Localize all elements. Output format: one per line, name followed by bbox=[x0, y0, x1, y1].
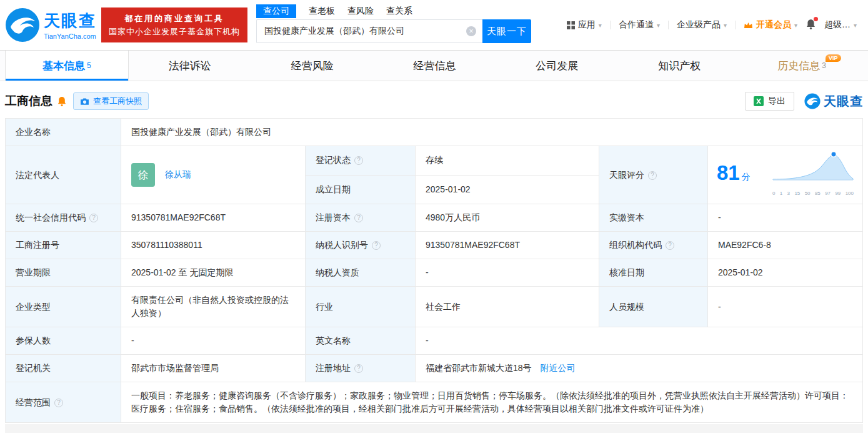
table-row: 企业类型 有限责任公司（非自然人投资或控股的法人独资） 行业 社会工作 人员规模… bbox=[6, 287, 863, 327]
main-content: 工商信息 查看工商快照 导出 bbox=[0, 92, 868, 433]
business-term-value: 2025-01-02 至 无固定期限 bbox=[121, 259, 306, 287]
brand-domain: TianYanCha.com bbox=[44, 32, 96, 40]
field-label-establish-date: 成立日期 bbox=[306, 175, 416, 204]
nav-open-vip[interactable]: 开通会员 ▾ bbox=[744, 19, 797, 31]
field-label-reg-capital: 注册资本? bbox=[306, 204, 416, 232]
tab-label: 经营信息 bbox=[414, 59, 456, 73]
help-icon[interactable]: ? bbox=[666, 241, 674, 250]
legal-rep-cell: 徐 徐从瑞 bbox=[121, 146, 306, 204]
tab-intellectual-property[interactable]: 知识产权 bbox=[618, 51, 741, 81]
field-label-org-code: 组织机构代码? bbox=[599, 232, 708, 259]
tianyancha-mini-icon bbox=[804, 93, 821, 109]
help-icon[interactable]: ? bbox=[54, 399, 63, 407]
help-icon[interactable]: ? bbox=[89, 214, 98, 222]
nav-divider bbox=[735, 21, 736, 29]
search-input[interactable] bbox=[256, 19, 482, 43]
enterprise-name-value: 国投健康产业发展（邵武）有限公司 bbox=[121, 119, 863, 146]
nav-divider bbox=[610, 21, 611, 29]
tab-business-info[interactable]: 经营信息 bbox=[374, 51, 496, 81]
approval-date-value: 2025-01-02 bbox=[708, 259, 863, 287]
help-icon[interactable]: ? bbox=[372, 241, 381, 250]
chevron-down-icon: ▾ bbox=[657, 22, 660, 29]
field-label-legal-rep: 法定代表人 bbox=[6, 146, 121, 204]
search-tab-relation[interactable]: 查关系 bbox=[386, 4, 412, 18]
field-label-approval-date: 核准日期 bbox=[599, 259, 708, 287]
search-tabs: 查公司 查老板 查风险 查关系 bbox=[256, 3, 531, 19]
score-cell[interactable]: 81分 0131550859799100 bbox=[708, 146, 863, 204]
nav-super-vip[interactable]: 超级… ▾ bbox=[824, 19, 857, 31]
tab-label: 公司发展 bbox=[536, 59, 578, 73]
export-button[interactable]: 导出 bbox=[745, 92, 794, 111]
score-chart: 0131550859799100 bbox=[772, 150, 854, 200]
top-header: 天眼查 TianYanCha.com 都在用的商业查询工具 国家中小企业发展子基… bbox=[0, 0, 868, 51]
nav-enterprise-products[interactable]: 企业级产品 ▾ bbox=[677, 19, 727, 31]
tab-company-development[interactable]: 公司发展 bbox=[496, 51, 618, 81]
business-scope-value: 一般项目：养老服务；健康咨询服务（不含诊疗服务）；家政服务；物业管理；日用百货销… bbox=[121, 382, 863, 423]
tianyancha-logo[interactable]: 天眼查 TianYanCha.com bbox=[5, 7, 96, 42]
tab-basic-info[interactable]: 基本信息5 bbox=[5, 51, 129, 81]
section-tabbar: 基本信息5 法律诉讼 经营风险 经营信息 公司发展 知识产权 历史信息3 VIP bbox=[0, 51, 868, 81]
tab-history-info[interactable]: 历史信息3 VIP bbox=[741, 51, 863, 81]
search-tab-company[interactable]: 查公司 bbox=[256, 4, 296, 18]
field-label-insured-count: 参保人数 bbox=[6, 327, 121, 355]
clear-icon[interactable]: × bbox=[466, 26, 476, 36]
business-info-table: 企业名称 国投健康产业发展（邵武）有限公司 法定代表人 徐 徐从瑞 登记状态? … bbox=[5, 118, 863, 423]
chevron-down-icon: ▾ bbox=[724, 22, 727, 29]
field-label-enterprise-name: 企业名称 bbox=[6, 119, 121, 146]
staff-size-value: - bbox=[708, 287, 863, 327]
legal-rep-avatar[interactable]: 徐 bbox=[131, 163, 155, 187]
field-label-reg-number: 工商注册号 bbox=[6, 232, 121, 259]
score-value-wrap: 81分 bbox=[717, 166, 751, 184]
help-icon[interactable]: ? bbox=[354, 156, 363, 165]
nav-apps[interactable]: 应用 ▾ bbox=[567, 19, 602, 31]
crown-icon bbox=[744, 22, 753, 29]
chevron-down-icon: ▾ bbox=[599, 22, 602, 29]
nav-super-label: 超级… bbox=[824, 19, 851, 31]
tab-legal-litigation[interactable]: 法律诉讼 bbox=[129, 51, 251, 81]
nav-enterprise-label: 企业级产品 bbox=[677, 19, 721, 31]
help-icon[interactable]: ? bbox=[354, 364, 363, 373]
snapshot-button-label: 查看工商快照 bbox=[93, 96, 142, 107]
field-label-business-scope: 经营范围? bbox=[6, 382, 121, 423]
english-name-value: - bbox=[416, 327, 863, 355]
table-row: 统一社会信用代码? 91350781MAE92FC68T 注册资本? 4980万… bbox=[6, 204, 863, 232]
section-title: 工商信息 bbox=[5, 93, 52, 109]
reg-authority-value: 邵武市市场监督管理局 bbox=[121, 355, 306, 382]
slogan-line2: 国家中小企业发展子基金旗下机构 bbox=[109, 25, 240, 38]
search-tab-risk[interactable]: 查风险 bbox=[347, 4, 374, 18]
field-label-english-name: 英文名称 bbox=[306, 327, 416, 355]
search-block: 查公司 查老板 查风险 查关系 × 天眼一下 bbox=[256, 3, 531, 43]
tab-operational-risk[interactable]: 经营风险 bbox=[251, 51, 374, 81]
field-label-industry: 行业 bbox=[306, 287, 416, 327]
tab-label: 法律诉讼 bbox=[169, 59, 211, 73]
tianyancha-logo-icon bbox=[5, 7, 40, 42]
score-axis: 0131550859799100 bbox=[772, 187, 854, 200]
help-icon[interactable]: ? bbox=[648, 171, 657, 180]
field-label-staff-size: 人员规模 bbox=[599, 287, 708, 327]
help-icon[interactable]: ? bbox=[354, 214, 363, 222]
subscribe-bell-icon[interactable] bbox=[57, 96, 67, 107]
tab-count: 3 bbox=[822, 61, 826, 70]
field-label-reg-address: 注册地址? bbox=[306, 355, 416, 382]
watermark-text: 天眼查 bbox=[824, 93, 863, 110]
reg-number-value: 350781110388011 bbox=[121, 232, 306, 259]
snapshot-button[interactable]: 查看工商快照 bbox=[73, 92, 149, 110]
tab-label: 历史信息 bbox=[777, 59, 820, 73]
notification-bell[interactable] bbox=[806, 19, 816, 32]
chevron-down-icon: ▾ bbox=[794, 22, 797, 29]
field-label-credit-code: 统一社会信用代码? bbox=[6, 204, 121, 232]
score-unit: 分 bbox=[742, 172, 751, 182]
slogan-badge: 都在用的商业查询工具 国家中小企业发展子基金旗下机构 bbox=[101, 7, 247, 42]
nav-partner-channel[interactable]: 合作通道 ▾ bbox=[619, 19, 660, 31]
search-button[interactable]: 天眼一下 bbox=[482, 19, 531, 43]
search-tab-boss[interactable]: 查老板 bbox=[309, 4, 335, 18]
tab-label: 知识产权 bbox=[658, 59, 701, 73]
footer-strip bbox=[5, 424, 863, 433]
table-row: 登记机关 邵武市市场监督管理局 注册地址? 福建省邵武市新城大道18号 附近公司 bbox=[6, 355, 863, 382]
insured-count-value: - bbox=[121, 327, 306, 355]
legal-rep-link[interactable]: 徐从瑞 bbox=[165, 169, 191, 179]
nearby-companies-link[interactable]: 附近公司 bbox=[540, 363, 575, 373]
tab-label: 基本信息 bbox=[42, 59, 85, 73]
paid-capital-value: - bbox=[708, 204, 863, 232]
reg-address-cell: 福建省邵武市新城大道18号 附近公司 bbox=[416, 355, 863, 382]
